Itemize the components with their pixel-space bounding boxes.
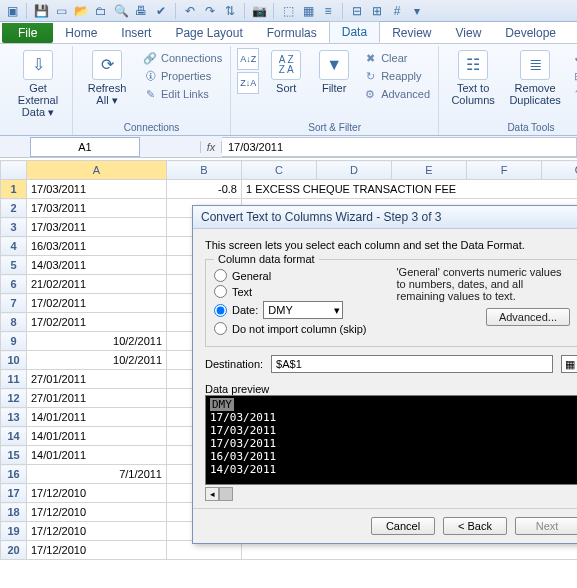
- row-header[interactable]: 17: [1, 484, 27, 503]
- tab-formulas[interactable]: Formulas: [255, 23, 329, 43]
- hide-detail-icon[interactable]: ⊟: [349, 3, 365, 19]
- date-format-select[interactable]: DMY▾: [263, 301, 343, 319]
- refresh-all-button[interactable]: ⟳ Refresh All ▾: [79, 48, 135, 120]
- cell[interactable]: 14/01/2011: [27, 408, 167, 427]
- advanced-button[interactable]: ⚙Advanced: [361, 86, 432, 102]
- tab-home[interactable]: Home: [53, 23, 109, 43]
- select-all-corner[interactable]: [1, 161, 27, 180]
- tab-view[interactable]: View: [444, 23, 494, 43]
- cell[interactable]: 17/03/2011: [27, 218, 167, 237]
- scroll-left-icon[interactable]: ◂: [205, 487, 219, 501]
- row-header[interactable]: 9: [1, 332, 27, 351]
- back-button[interactable]: < Back: [443, 517, 507, 535]
- scroll-thumb[interactable]: [219, 487, 233, 501]
- properties-button[interactable]: 🛈Properties: [141, 68, 224, 84]
- cell[interactable]: 17/02/2011: [27, 294, 167, 313]
- spelling-icon[interactable]: ✔: [153, 3, 169, 19]
- undo-icon[interactable]: ↶: [182, 3, 198, 19]
- open-folder-icon[interactable]: 🗀: [93, 3, 109, 19]
- radio-date[interactable]: Date: DMY▾: [214, 301, 367, 319]
- column-header-G[interactable]: G: [542, 161, 578, 180]
- print-preview-icon[interactable]: 🔍: [113, 3, 129, 19]
- ungroup-icon[interactable]: ⬚: [280, 3, 296, 19]
- get-external-data-button[interactable]: ⇩ Get External Data ▾: [10, 48, 66, 120]
- camera-icon[interactable]: 📷: [251, 3, 267, 19]
- range-picker-icon[interactable]: ▦: [561, 355, 577, 373]
- data-validation-button[interactable]: ✔Data: [569, 50, 577, 66]
- tab-insert[interactable]: Insert: [109, 23, 163, 43]
- cell[interactable]: 17/12/2010: [27, 484, 167, 503]
- row-header[interactable]: 15: [1, 446, 27, 465]
- formula-input[interactable]: 17/03/2011: [222, 137, 577, 157]
- row-header[interactable]: 10: [1, 351, 27, 370]
- connections-button[interactable]: 🔗Connections: [141, 50, 224, 66]
- cell[interactable]: 17/12/2010: [27, 541, 167, 560]
- cell[interactable]: 21/02/2011: [27, 275, 167, 294]
- row-header[interactable]: 4: [1, 237, 27, 256]
- reapply-button[interactable]: ↻Reapply: [361, 68, 432, 84]
- tab-data[interactable]: Data: [329, 21, 380, 43]
- open-icon[interactable]: 📂: [73, 3, 89, 19]
- column-header-F[interactable]: F: [467, 161, 542, 180]
- cell[interactable]: -0.8: [167, 180, 242, 199]
- cell[interactable]: 17/12/2010: [27, 503, 167, 522]
- table-icon[interactable]: ▦: [300, 3, 316, 19]
- qat-more-icon[interactable]: ▾: [409, 3, 425, 19]
- what-if-button[interactable]: ?Wha: [569, 86, 577, 102]
- cell[interactable]: 14/03/2011: [27, 256, 167, 275]
- cell[interactable]: 14/01/2011: [27, 427, 167, 446]
- row-header[interactable]: 2: [1, 199, 27, 218]
- cell[interactable]: 17/03/2011: [27, 199, 167, 218]
- row-header[interactable]: 14: [1, 427, 27, 446]
- sort-asc-icon[interactable]: ⇅: [222, 3, 238, 19]
- tab-page-layout[interactable]: Page Layout: [163, 23, 254, 43]
- row-header[interactable]: 19: [1, 522, 27, 541]
- destination-input[interactable]: $A$1: [271, 355, 553, 373]
- column-header-C[interactable]: C: [242, 161, 317, 180]
- row-header[interactable]: 8: [1, 313, 27, 332]
- cancel-button[interactable]: Cancel: [371, 517, 435, 535]
- tab-developer[interactable]: Develope: [493, 23, 568, 43]
- outline-icon[interactable]: #: [389, 3, 405, 19]
- tab-review[interactable]: Review: [380, 23, 443, 43]
- sort-button[interactable]: A ZZ A Sort: [265, 48, 307, 120]
- sort-asc-button[interactable]: A↓Z: [237, 48, 259, 70]
- row-header[interactable]: 6: [1, 275, 27, 294]
- name-box[interactable]: A1: [30, 137, 140, 157]
- advanced-button[interactable]: Advanced...: [486, 308, 570, 326]
- row-header[interactable]: 7: [1, 294, 27, 313]
- cell[interactable]: 27/01/2011: [27, 370, 167, 389]
- radio-skip[interactable]: Do not import column (skip): [214, 322, 367, 335]
- radio-general[interactable]: General: [214, 269, 367, 282]
- sort-desc-button[interactable]: Z↓A: [237, 72, 259, 94]
- column-header-B[interactable]: B: [167, 161, 242, 180]
- show-detail-icon[interactable]: ⊞: [369, 3, 385, 19]
- new-icon[interactable]: ▭: [53, 3, 69, 19]
- remove-duplicates-button[interactable]: ≣ Remove Duplicates: [507, 48, 563, 120]
- row-header[interactable]: 5: [1, 256, 27, 275]
- row-header[interactable]: 11: [1, 370, 27, 389]
- cell[interactable]: 1 EXCESS CHEQUE TRANSACTION FEE: [242, 180, 578, 199]
- cell[interactable]: 27/01/2011: [27, 389, 167, 408]
- row-header[interactable]: 12: [1, 389, 27, 408]
- cell[interactable]: 17/12/2010: [27, 522, 167, 541]
- text-to-columns-button[interactable]: ☷ Text to Columns: [445, 48, 501, 120]
- cell[interactable]: 10/2/2011: [27, 332, 167, 351]
- cell[interactable]: 17/02/2011: [27, 313, 167, 332]
- cell[interactable]: 7/1/2011: [27, 465, 167, 484]
- column-header-A[interactable]: A: [27, 161, 167, 180]
- cell[interactable]: 10/2/2011: [27, 351, 167, 370]
- cell[interactable]: 14/01/2011: [27, 446, 167, 465]
- tab-file[interactable]: File: [2, 23, 53, 43]
- quick-print-icon[interactable]: 🖶: [133, 3, 149, 19]
- clear-button[interactable]: ✖Clear: [361, 50, 432, 66]
- row-header[interactable]: 1: [1, 180, 27, 199]
- row-header[interactable]: 16: [1, 465, 27, 484]
- row-header[interactable]: 18: [1, 503, 27, 522]
- preview-scrollbar[interactable]: ◂: [205, 485, 577, 500]
- row-header[interactable]: 20: [1, 541, 27, 560]
- column-header-E[interactable]: E: [392, 161, 467, 180]
- column-header-D[interactable]: D: [317, 161, 392, 180]
- redo-icon[interactable]: ↷: [202, 3, 218, 19]
- filter-button[interactable]: ▼ Filter: [313, 48, 355, 120]
